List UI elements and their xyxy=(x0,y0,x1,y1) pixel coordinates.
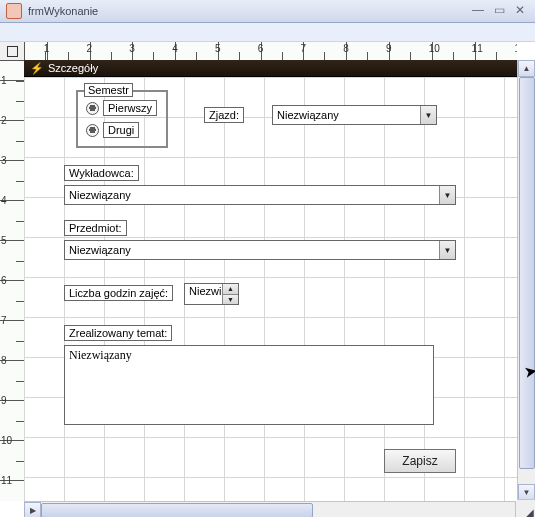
design-surface[interactable]: ⚡ Szczegóły Semestr Pierwszy Drugi Zjazd… xyxy=(24,60,517,501)
detail-grid[interactable]: Semestr Pierwszy Drugi Zjazd: Niezwiązan… xyxy=(24,77,517,501)
przedmiot-label[interactable]: Przedmiot: xyxy=(64,220,127,236)
title-bar: frmWykonanie — ▭ ✕ xyxy=(0,0,535,23)
window-title: frmWykonanie xyxy=(28,5,466,17)
zjazd-combo-value: Niezwiązany xyxy=(273,108,420,122)
chevron-down-icon[interactable]: ▼ xyxy=(439,241,455,259)
vertical-scroll-thumb[interactable] xyxy=(519,77,535,469)
client-area: ▲ ▼ ◀ ▶ ◢ ⚡ Szczegóły Semestr Pierwszy D xyxy=(0,42,535,517)
radio-dot-icon xyxy=(86,124,99,137)
app-icon xyxy=(6,3,22,19)
radio-drugi-label: Drugi xyxy=(103,122,139,138)
radio-dot-icon xyxy=(86,102,99,115)
spin-down-icon[interactable]: ▼ xyxy=(223,294,238,305)
radio-pierwszy-label: Pierwszy xyxy=(103,100,157,116)
close-button[interactable]: ✕ xyxy=(511,4,529,18)
liczba-godzin-value: Niezwiązany xyxy=(185,284,222,304)
section-header-label: Szczegóły xyxy=(48,62,98,74)
scroll-up-button[interactable]: ▲ xyxy=(518,60,535,77)
restore-button[interactable]: ▭ xyxy=(490,4,508,18)
radio-drugi[interactable]: Drugi xyxy=(86,122,139,138)
menu-bar xyxy=(0,23,535,42)
przedmiot-combo[interactable]: Niezwiązany ▼ xyxy=(64,240,456,260)
semestr-caption: Semestr xyxy=(84,83,133,97)
wykladowca-combo-value: Niezwiązany xyxy=(65,188,439,202)
ruler-horizontal[interactable] xyxy=(24,42,517,61)
radio-pierwszy[interactable]: Pierwszy xyxy=(86,100,157,116)
wykladowca-combo[interactable]: Niezwiązany ▼ xyxy=(64,185,456,205)
save-button[interactable]: Zapisz xyxy=(384,449,456,473)
temat-label[interactable]: Zrealizowany temat: xyxy=(64,325,172,341)
zjazd-combo[interactable]: Niezwiązany ▼ xyxy=(272,105,437,125)
semestr-groupbox[interactable]: Semestr Pierwszy Drugi xyxy=(76,90,168,148)
minimize-button[interactable]: — xyxy=(469,4,487,18)
wykladowca-label[interactable]: Wykładowca: xyxy=(64,165,139,181)
size-grip[interactable]: ◢ xyxy=(515,499,535,517)
zjazd-label[interactable]: Zjazd: xyxy=(204,107,244,123)
section-flash-icon: ⚡ xyxy=(30,62,44,75)
section-header-detail[interactable]: ⚡ Szczegóły xyxy=(24,60,517,77)
liczba-godzin-label[interactable]: Liczba godzin zajęć: xyxy=(64,285,173,301)
chevron-down-icon[interactable]: ▼ xyxy=(420,106,436,124)
vertical-scrollbar[interactable]: ▲ ▼ xyxy=(517,60,535,501)
spin-up-icon[interactable]: ▲ xyxy=(223,284,238,294)
przedmiot-combo-value: Niezwiązany xyxy=(65,243,439,257)
horizontal-scrollbar[interactable]: ◀ ▶ xyxy=(24,501,517,517)
scroll-right-button[interactable]: ▶ xyxy=(24,502,41,517)
temat-textbox[interactable]: Niezwiązany xyxy=(64,345,434,425)
chevron-down-icon[interactable]: ▼ xyxy=(439,186,455,204)
horizontal-scroll-thumb[interactable] xyxy=(41,503,313,517)
select-all-corner[interactable] xyxy=(0,42,25,61)
ruler-vertical[interactable] xyxy=(0,60,25,501)
liczba-godzin-spinner[interactable]: Niezwiązany ▲ ▼ xyxy=(184,283,239,305)
